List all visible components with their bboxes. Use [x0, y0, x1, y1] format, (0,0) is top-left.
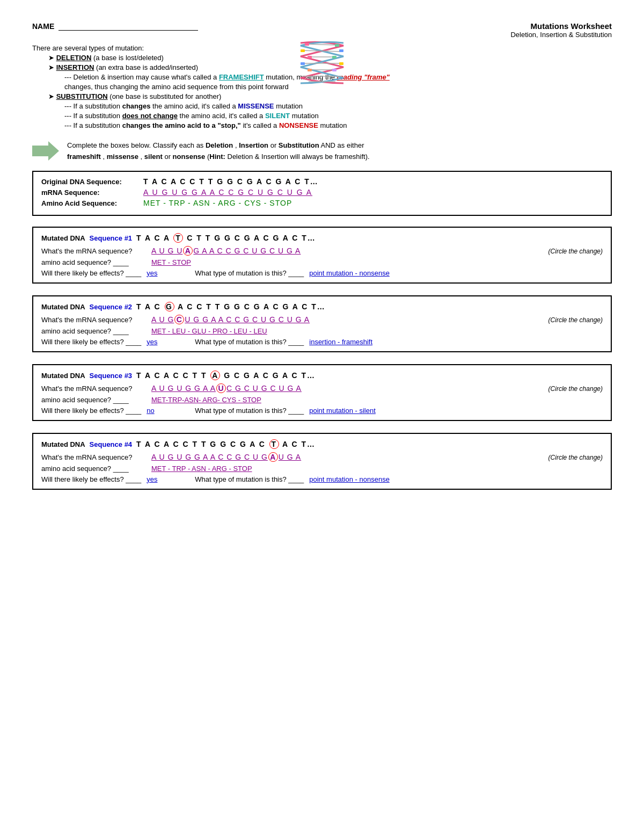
amino-row-1: amino acid sequence? ____ MET - STOP	[41, 258, 603, 266]
amino-row-2: amino acid sequence? ____ MET - LEU - GL…	[41, 327, 603, 335]
mut-label-2: Mutated DNA	[41, 303, 85, 311]
inst-substitution: Substitution	[279, 141, 319, 149]
instruction-section: Complete the boxes below. Classify each …	[32, 140, 612, 163]
sub3-line: --- If a substitution changes the amino …	[64, 121, 612, 129]
dna-seq-2: T A C G A C C T T G G C G A C G A C T…	[136, 302, 326, 311]
circled-mrna-1: A	[183, 246, 193, 256]
svg-rect-14	[339, 62, 343, 65]
instruction-text: Complete the boxes below. Classify each …	[67, 140, 370, 163]
sub2-word: SILENT	[265, 112, 290, 120]
sub3-pre: --- If a substitution	[64, 121, 120, 129]
seq-num-3: Sequence #3	[90, 372, 133, 380]
svg-rect-12	[332, 56, 336, 59]
original-dna-row: Original DNA Sequence: T A C A C C T T G…	[41, 177, 603, 186]
title-block: Mutations Worksheet Deletion, Insertion …	[510, 21, 612, 39]
dna-helix-image	[290, 38, 354, 88]
sub2-mid: the amino acid, it's called a	[180, 112, 264, 120]
amino-question-4: amino acid sequence? ____	[41, 465, 149, 473]
name-underline	[58, 21, 198, 31]
frameshift-note3: changes, thus changing the amino acid se…	[64, 83, 289, 91]
name-field: NAME	[32, 21, 198, 31]
arrow-icon	[32, 141, 59, 161]
substitution-desc: (one base is substituted for another)	[109, 92, 221, 100]
deletion-desc: (a base is lost/deleted)	[93, 54, 164, 62]
amino-answer-4: MET - TRP - ASN - ARG - STOP	[151, 465, 252, 473]
mut-label-4: Mutated DNA	[41, 440, 85, 448]
amino-answer-2: MET - LEU - GLU - PRO - LEU - LEU	[151, 327, 267, 335]
circled-dna-2: G	[165, 302, 174, 311]
sub1-word: MISSENSE	[238, 102, 274, 110]
mutation-header-3: Mutated DNA Sequence #3 T A C A C C T T …	[41, 371, 603, 380]
sub2-bold: does not change	[122, 112, 178, 120]
type-label-4: What type of mutation is this? ____	[195, 475, 304, 483]
worksheet-subtitle: Deletion, Insertion & Substitution	[510, 31, 612, 39]
frameshift-note1: --- Deletion & insertion may cause what'…	[64, 73, 217, 81]
amino-question-2: amino acid sequence? ____	[41, 327, 149, 335]
inst-deletion: Deletion	[206, 141, 233, 149]
mutation-header-2: Mutated DNA Sequence #2 T A C G A C C T …	[41, 302, 603, 311]
seq-num-2: Sequence #2	[90, 303, 133, 311]
svg-rect-8	[335, 44, 339, 47]
sub1-line: --- If a substitution changes the amino …	[64, 102, 612, 110]
original-dna-label: Original DNA Sequence:	[41, 178, 138, 186]
mutation-box-2: Mutated DNA Sequence #2 T A C G A C C T …	[32, 295, 612, 352]
svg-rect-7	[305, 43, 309, 46]
mrna-row-original: mRNA Sequence: A U G U G G A A C C G C U…	[41, 188, 603, 197]
mutation-box-3: Mutated DNA Sequence #3 T A C A C C T T …	[32, 364, 612, 421]
type-label-1: What type of mutation is this? ____	[195, 269, 304, 277]
mutation-header-1: Mutated DNA Sequence #1 T A C A T C T T …	[41, 233, 603, 243]
inst-frameshift: frameshift	[67, 153, 101, 161]
mrna-question-3: What's the mRNA sequence?	[41, 385, 149, 393]
svg-rect-9	[301, 49, 305, 52]
seq-num-4: Sequence #4	[90, 440, 133, 448]
mutations-container: Mutated DNA Sequence #1 T A C A T C T T …	[32, 227, 612, 490]
amino-question-1: amino acid sequence? ____	[41, 258, 149, 266]
sub2-pre: --- If a substitution	[64, 112, 120, 120]
amino-question-3: amino acid sequence? ____	[41, 396, 149, 404]
amino-row-3: amino acid sequence? ____ MET-TRP-ASN- A…	[41, 396, 603, 404]
circled-dna-3: A	[210, 371, 220, 380]
substitution-line: ➤ SUBSTITUTION (one base is substituted …	[48, 92, 612, 100]
sub3-word: NONSENSE	[279, 121, 318, 129]
type-answer-4: point mutation - nonsense	[309, 475, 390, 483]
sub3-mid: it's called a	[243, 121, 277, 129]
mrna-value-original: A U G U G G A A C C G C U G C U G A	[143, 188, 312, 197]
circle-instruction-3: (Circle the change)	[548, 385, 603, 393]
type-answer-3: point mutation - silent	[309, 407, 376, 415]
mrna-answer-4: A U G U G G A A C C G C U GAU G A	[151, 452, 301, 462]
mrna-question-1: What's the mRNA sequence?	[41, 247, 149, 255]
amino-value-original: MET - TRP - ASN - ARG - CYS - STOP	[143, 199, 292, 207]
effects-label-4: Will there likely be effects? ____	[41, 475, 141, 483]
mrna-answer-2: A U GCU G G A A C C G C U G C U G A	[151, 315, 310, 324]
amino-answer-1: MET - STOP	[151, 258, 191, 266]
sub1-mid: the amino acid, it's called a	[152, 102, 236, 110]
effects-row-1: Will there likely be effects? ____ yes W…	[41, 269, 603, 277]
inst-insertion: Insertion	[239, 141, 268, 149]
sub1-post: mutation	[276, 102, 303, 110]
mutation-box-4: Mutated DNA Sequence #4 T A C A C C T T …	[32, 433, 612, 490]
circled-dna-1: T	[173, 233, 183, 243]
effects-label-2: Will there likely be effects? ____	[41, 338, 141, 346]
svg-rect-10	[339, 49, 343, 52]
mrna-question-4: What's the mRNA sequence?	[41, 453, 149, 461]
circle-instruction-4: (Circle the change)	[548, 454, 603, 461]
circled-dna-4: T	[269, 439, 279, 449]
circle-instruction-1: (Circle the change)	[548, 248, 603, 255]
dna-seq-1: T A C A T C T T G G C G A C G A C T…	[136, 233, 316, 243]
effects-row-2: Will there likely be effects? ____ yes W…	[41, 338, 603, 346]
dna-seq-4: T A C A C C T T G G C G A C T A C T…	[136, 439, 316, 449]
mrna-answer-3: A U G U G G A AUC G C U G C U G A	[151, 383, 302, 393]
circled-mrna-4: A	[268, 452, 278, 462]
dna-seq-3: T A C A C C T T A G C G A C G A C T…	[136, 371, 316, 380]
effects-label-1: Will there likely be effects? ____	[41, 269, 141, 277]
sub2-post: mutation	[292, 112, 319, 120]
svg-line-1	[302, 50, 342, 52]
mut-label-1: Mutated DNA	[41, 234, 85, 242]
mrna-row-1: What's the mRNA sequence? A U G UAG A A …	[41, 246, 603, 256]
effects-row-3: Will there likely be effects? ____ no Wh…	[41, 407, 603, 415]
amino-row-4: amino acid sequence? ____ MET - TRP - AS…	[41, 465, 603, 473]
seq-num-1: Sequence #1	[90, 234, 133, 242]
inst-hint: Hint:	[209, 153, 225, 161]
svg-rect-13	[301, 62, 305, 65]
mutation-header-4: Mutated DNA Sequence #4 T A C A C C T T …	[41, 439, 603, 449]
